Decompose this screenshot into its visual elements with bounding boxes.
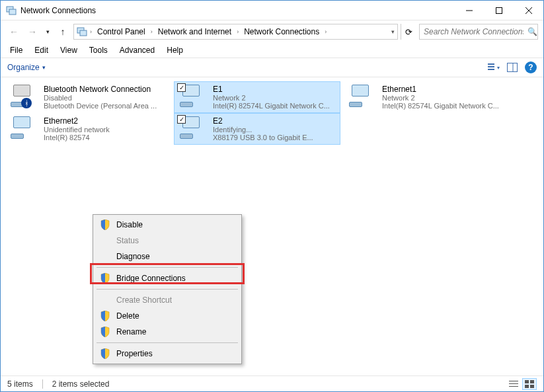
organize-button[interactable]: Organize ▾ [7,63,46,72]
adapter-icon: ✓ [178,85,208,110]
address-dropdown[interactable]: ▾ [391,28,395,35]
context-menu-item[interactable]: Rename [95,324,239,340]
adapter-device: Intel(R) 82574L Gigabit Network C... [213,102,336,110]
view-options-button[interactable]: ▾ [488,61,500,73]
svg-rect-3 [496,7,502,13]
adapter-name: E1 [213,85,336,94]
breadcrumb-network-internet[interactable]: Network and Internet [155,24,234,39]
shield-icon [99,311,111,321]
context-menu-item[interactable]: Diagnose [95,249,239,264]
menu-view[interactable]: View [55,44,83,56]
forward-button[interactable]: → [24,24,40,40]
svg-rect-15 [509,386,518,387]
shield-icon [99,219,111,230]
help-button[interactable]: ? [525,61,537,73]
status-separator [42,379,43,389]
adapter-item[interactable]: ✓E1Network 2Intel(R) 82574L Gigabit Netw… [174,81,340,113]
svg-rect-9 [488,66,494,67]
shield-icon [99,348,111,359]
tiles-view-button[interactable] [522,378,537,390]
adapter-item[interactable]: Ethernet2Unidentified networkIntel(R) 82… [5,113,171,145]
checkbox-icon[interactable]: ✓ [177,83,186,92]
adapter-status: Network 2 [382,94,505,102]
adapter-item[interactable]: ᚼBluetooth Network ConnectionDisabledBlu… [5,81,171,113]
menu-file[interactable]: File [5,44,28,56]
svg-rect-18 [525,385,529,388]
details-view-button[interactable] [506,378,521,390]
adapter-status: Identifying... [213,126,336,134]
adapter-icon [9,116,38,141]
chevron-down-icon: ▾ [42,64,46,71]
context-menu-item: Create Shortcut [95,292,239,308]
menubar: File Edit View Tools Advanced Help [1,43,543,58]
context-menu-label: Create Shortcut [116,295,172,305]
context-menu-item[interactable]: Disable [95,217,239,233]
preview-pane-button[interactable] [506,61,518,73]
search-icon[interactable]: 🔍 [527,27,537,36]
status-selected-count: 2 items selected [52,379,110,389]
chevron-right-icon[interactable]: › [235,28,240,35]
adapter-icon [348,85,377,110]
context-menu-item: Status [95,233,239,249]
chevron-right-icon[interactable]: › [323,28,328,35]
adapter-device: Intel(R) 82574L Gigabit Network C... [382,102,505,110]
svg-rect-1 [9,9,16,15]
statusbar: 5 items 2 items selected [1,375,543,391]
adapter-status: Disabled [44,94,167,102]
search-box[interactable]: 🔍 [419,24,538,40]
context-menu-label: Bridge Connections [116,274,186,283]
search-input[interactable] [420,27,527,36]
maximize-button[interactable] [484,1,514,20]
history-dropdown[interactable]: ▾ [43,28,52,35]
breadcrumb-control-panel[interactable]: Control Panel [95,24,148,39]
menu-advanced[interactable]: Advanced [114,44,160,56]
context-menu-label: Properties [116,349,153,358]
shield-icon [99,327,111,337]
context-menu-item[interactable]: Properties [95,346,239,362]
window-icon [6,5,17,16]
context-menu-separator [97,289,238,290]
svg-rect-10 [488,69,494,70]
menu-edit[interactable]: Edit [29,44,54,56]
close-button[interactable] [514,1,543,20]
location-icon [77,26,87,37]
chevron-right-icon[interactable]: › [89,28,93,35]
menu-help[interactable]: Help [161,44,188,56]
minimize-button[interactable] [454,1,484,20]
content-area: ᚼBluetooth Network ConnectionDisabledBlu… [1,77,543,376]
organize-label: Organize [7,63,40,72]
adapter-item[interactable]: ✓E2Identifying...X88179 USB 3.0 to Gigab… [174,113,340,145]
context-menu-separator [97,342,238,343]
chevron-right-icon[interactable]: › [149,28,154,35]
adapter-name: Ethernet2 [44,116,167,126]
context-menu-label: Delete [116,311,139,321]
up-button[interactable]: ↑ [55,24,71,40]
back-button[interactable]: ← [6,24,22,40]
adapter-icon: ✓ [178,116,208,141]
shield-icon [99,273,111,284]
navbar: ← → ▾ ↑ › Control Panel › Network and In… [1,20,543,43]
adapter-device: Bluetooth Device (Personal Area ... [44,102,167,110]
context-menu-item[interactable]: Bridge Connections [95,270,239,286]
context-menu-label: Status [116,236,139,245]
svg-rect-8 [488,63,494,65]
checkbox-icon[interactable]: ✓ [177,115,186,124]
context-menu-label: Rename [116,327,146,336]
window-title: Network Connections [20,6,454,15]
adapter-item[interactable]: Ethernet1Network 2Intel(R) 82574L Gigabi… [343,81,510,113]
adapter-status: Network 2 [213,94,336,102]
svg-rect-17 [530,380,534,383]
menu-tools[interactable]: Tools [84,44,113,56]
context-menu-item[interactable]: Delete [95,308,239,324]
breadcrumb-network-connections[interactable]: Network Connections [241,24,322,39]
context-menu: DisableStatusDiagnoseBridge ConnectionsC… [93,214,242,364]
address-bar[interactable]: › Control Panel › Network and Internet ›… [73,24,398,40]
context-menu-label: Disable [116,220,143,229]
bluetooth-icon: ᚼ [21,98,32,108]
svg-rect-19 [530,385,534,388]
adapter-icon: ᚼ [9,85,38,110]
svg-rect-13 [509,381,518,381]
context-menu-label: Diagnose [116,252,150,261]
svg-rect-14 [509,383,518,384]
refresh-button[interactable]: ⟳ [401,24,416,40]
